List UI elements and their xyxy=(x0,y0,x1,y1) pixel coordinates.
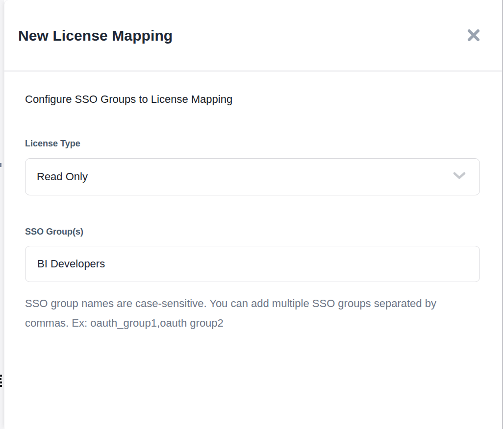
chevron-down-icon xyxy=(453,171,466,182)
sso-groups-help: SSO group names are case-sensitive. You … xyxy=(25,294,439,333)
new-license-mapping-modal: New License Mapping Configure SSO Groups… xyxy=(4,0,503,429)
list-icon-fragment xyxy=(0,375,2,387)
modal-title: New License Mapping xyxy=(18,26,173,44)
x-icon xyxy=(467,28,480,42)
sso-groups-label: SSO Group(s) xyxy=(25,227,479,237)
license-type-select[interactable]: Read Only xyxy=(25,158,480,195)
modal-body: Configure SSO Groups to License Mapping … xyxy=(4,72,502,333)
modal-header: New License Mapping xyxy=(4,0,502,72)
background-fragment xyxy=(0,163,1,167)
close-button[interactable] xyxy=(466,27,481,43)
page: New License Mapping Configure SSO Groups… xyxy=(0,0,504,429)
sso-groups-input[interactable] xyxy=(25,246,480,282)
modal-description: Configure SSO Groups to License Mapping xyxy=(25,93,479,106)
license-type-label: License Type xyxy=(25,139,479,149)
background-page-sliver xyxy=(0,0,4,429)
license-type-selected-value: Read Only xyxy=(37,170,453,183)
